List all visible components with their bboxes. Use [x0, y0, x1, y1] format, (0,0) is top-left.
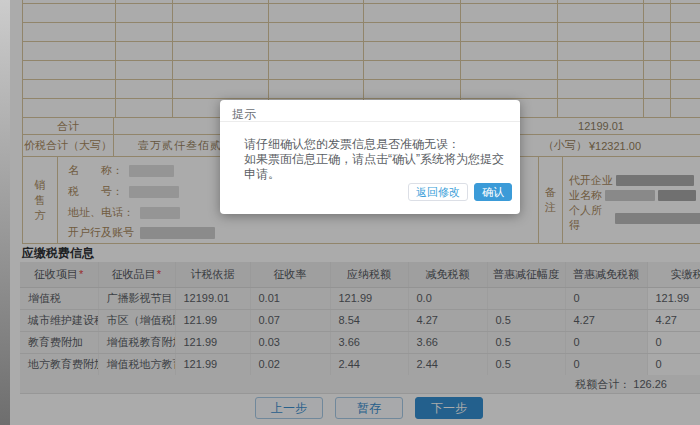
dialog-title: 提示 [220, 100, 520, 122]
dialog-message-line1: 请仔细确认您的发票信息是否准确无误： [244, 137, 506, 152]
dialog-message-line2: 如果票面信息正确，请点击“确认”系统将为您提交申请。 [244, 152, 506, 182]
page: 合计 12199.01 价税合计（大写） 壹万贰仟叁佰贰拾壹元整 （小写） ¥1… [0, 0, 700, 425]
confirm-button[interactable]: 确认 [474, 183, 512, 201]
confirm-dialog: 提示 请仔细确认您的发票信息是否准确无误： 如果票面信息正确，请点击“确认”系统… [220, 100, 520, 214]
dialog-footer: 返回修改 确认 [408, 183, 512, 201]
dialog-body: 请仔细确认您的发票信息是否准确无误： 如果票面信息正确，请点击“确认”系统将为您… [220, 122, 520, 182]
return-modify-button[interactable]: 返回修改 [408, 183, 468, 201]
